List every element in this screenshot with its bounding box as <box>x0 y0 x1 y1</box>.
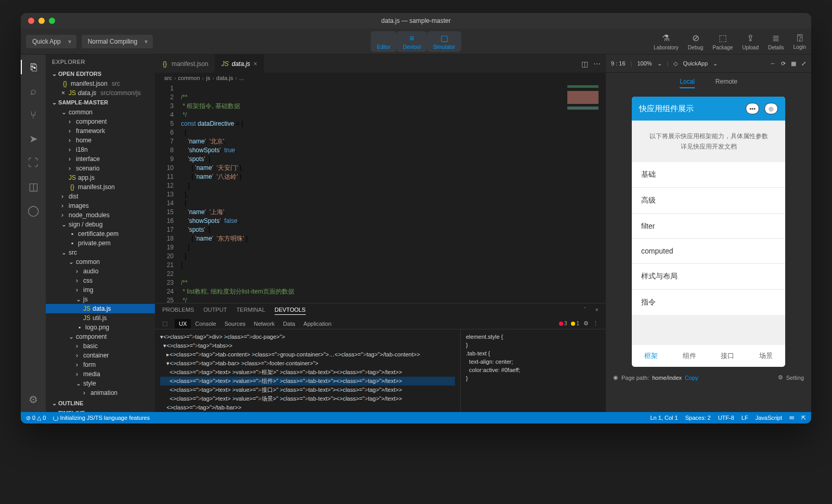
styles-pane[interactable]: element.style { } .tab-text { text-align… <box>460 329 606 412</box>
tree-item[interactable]: › images <box>46 201 155 210</box>
toolbar-details[interactable]: ≣Details <box>768 33 784 50</box>
panel-tab-problems[interactable]: PROBLEMS <box>162 307 194 315</box>
devtool-tab-ux[interactable]: UX <box>175 319 191 328</box>
extensions-icon[interactable]: ◫ <box>26 179 41 194</box>
phone-preview[interactable]: 快应用组件展示 ••• ◎ 以下将展示快应用框架能力，具体属性参数 详见快应用开… <box>632 97 785 367</box>
status-item[interactable]: ✉ <box>789 415 794 421</box>
sim-qr-icon[interactable]: ▦ <box>791 60 796 67</box>
devtool-tab-application[interactable]: Application <box>300 319 336 328</box>
outline-section[interactable]: OUTLINE <box>46 399 155 408</box>
panel-close-icon[interactable]: × <box>595 307 599 315</box>
sim-tab-remote[interactable]: Remote <box>716 78 737 88</box>
tree-item[interactable]: › img <box>46 285 155 295</box>
status-item[interactable]: JavaScript <box>756 415 782 421</box>
status-item[interactable]: Spaces: 2 <box>685 415 711 421</box>
tree-item[interactable]: › i18n <box>46 145 155 154</box>
tree-item[interactable]: › home <box>46 136 155 145</box>
footer-tab[interactable]: 接口 <box>709 345 747 367</box>
breadcrumb[interactable]: src›common›js›data.js›... <box>155 73 606 83</box>
sim-back-icon[interactable]: ← <box>770 60 776 67</box>
open-editors-section[interactable]: OPEN EDITORS <box>46 69 155 79</box>
footer-tab[interactable]: 场景 <box>747 345 785 367</box>
list-item[interactable]: 基础 <box>632 162 785 187</box>
toolbar-login[interactable]: ⍰Login <box>794 33 806 50</box>
tree-item[interactable]: › framework <box>46 126 155 136</box>
list-item[interactable]: 高级 <box>632 188 785 213</box>
devtool-tab-network[interactable]: Network <box>250 319 279 328</box>
tree-item[interactable]: JS app.js <box>46 173 155 182</box>
tree-item[interactable]: › component <box>46 117 155 126</box>
mode-tab-simulator[interactable]: ▢Simulator <box>427 31 461 52</box>
sim-zoom[interactable]: 100% <box>637 60 652 67</box>
toolbar-debug[interactable]: ⊘Debug <box>688 33 703 50</box>
status-item[interactable]: Ln 1, Col 1 <box>651 415 678 421</box>
mode-tab-devtool[interactable]: ≡Devtool <box>397 31 427 52</box>
feedback-icon[interactable]: ◯ <box>26 203 41 218</box>
panel-tab-devtools[interactable]: DEVTOOLS <box>275 307 306 315</box>
open-editor-item[interactable]: ×JS data.jssrc/common/js <box>46 88 155 98</box>
tree-item[interactable]: ▪ certificate.pem <box>46 229 155 238</box>
tree-item[interactable]: ⌄ common <box>46 108 155 117</box>
devtools-more-icon[interactable]: ⋮ <box>593 320 599 327</box>
close-window[interactable] <box>28 18 34 24</box>
settings-icon[interactable]: ⚙ <box>26 392 41 407</box>
tree-item[interactable]: ⌄ src <box>46 248 155 257</box>
app-menu-button[interactable]: ••• <box>746 103 759 114</box>
screenshot-icon[interactable]: ⛶ <box>26 155 41 170</box>
status-item[interactable]: ⇱ <box>801 415 806 421</box>
tree-item[interactable]: › scenario <box>46 164 155 173</box>
tree-item[interactable]: › basic <box>46 341 155 351</box>
tree-item[interactable]: › animation <box>46 388 155 397</box>
tree-item[interactable]: › media <box>46 369 155 379</box>
devtool-tab-sources[interactable]: Sources <box>220 319 250 328</box>
tree-item[interactable]: JS data.js <box>46 304 155 313</box>
tree-item[interactable]: › dist <box>46 192 155 201</box>
devtools-settings-icon[interactable]: ⚙ <box>583 320 589 327</box>
search-icon[interactable]: ⌕ <box>26 84 41 98</box>
editor-tab[interactable]: JSdata.js× <box>215 55 264 73</box>
list-item[interactable]: computed <box>632 239 785 263</box>
toolbar-laboratory[interactable]: ⚗Laboratory <box>654 33 679 50</box>
footer-tab[interactable]: 组件 <box>670 345 709 367</box>
sim-tab-local[interactable]: Local <box>680 78 695 88</box>
open-editor-item[interactable]: {} manifest.jsonsrc <box>46 79 155 88</box>
status-item[interactable]: UTF-8 <box>718 415 734 421</box>
toolbar-upload[interactable]: ⇪Upload <box>742 33 759 50</box>
scm-icon[interactable]: ⑂ <box>26 108 41 122</box>
panel-tab-output[interactable]: OUTPUT <box>203 307 227 315</box>
editor-tab[interactable]: {}manifest.json <box>155 55 215 73</box>
tree-item[interactable]: ⌄ component <box>46 332 155 341</box>
minimap[interactable] <box>567 85 599 179</box>
sim-refresh-icon[interactable]: ⟳ <box>781 60 786 67</box>
project-type-dropdown[interactable]: Quick App <box>26 35 76 48</box>
devtool-tab-data[interactable]: Data <box>279 319 299 328</box>
list-item[interactable]: 样式与布局 <box>632 264 785 289</box>
tree-item[interactable]: ⌄ js <box>46 295 155 304</box>
dom-tree[interactable]: ▾<>class>=">tag>">div> >class>=">doc-pag… <box>155 329 460 412</box>
tree-item[interactable]: › form <box>46 360 155 369</box>
sim-setting[interactable]: Setting <box>786 375 804 381</box>
footer-tab[interactable]: 框架 <box>632 345 670 367</box>
tree-item[interactable]: › css <box>46 276 155 285</box>
project-section[interactable]: SAMPLE-MASTER <box>46 98 155 108</box>
maximize-window[interactable] <box>49 18 55 24</box>
timeline-section[interactable]: TIMELINE <box>46 408 155 412</box>
copy-path[interactable]: Copy <box>685 375 698 381</box>
status-item[interactable]: LF <box>742 415 748 421</box>
more-actions-icon[interactable]: ⋯ <box>593 60 601 68</box>
mode-tab-editor[interactable]: Editor <box>371 31 397 52</box>
debug-icon[interactable]: ➤ <box>26 131 41 146</box>
devtool-tab-console[interactable]: Console <box>191 319 220 328</box>
toolbar-package[interactable]: ⬚Package <box>712 33 733 50</box>
tree-item[interactable]: ⌄ common <box>46 257 155 267</box>
split-editor-icon[interactable]: ◫ <box>581 60 588 68</box>
list-item[interactable]: 指令 <box>632 290 785 315</box>
tree-item[interactable]: › audio <box>46 267 155 276</box>
app-close-button[interactable]: ◎ <box>764 103 778 114</box>
code-editor[interactable]: 1234567891011121314151617181920212223242… <box>155 83 606 303</box>
compile-mode-dropdown[interactable]: Normal Compiling <box>82 35 153 48</box>
tree-item[interactable]: ⌄ sign / debug <box>46 220 155 229</box>
tree-item[interactable]: {} manifest.json <box>46 182 155 192</box>
minimize-window[interactable] <box>38 18 45 24</box>
sim-expand-icon[interactable]: ⤢ <box>801 60 806 67</box>
